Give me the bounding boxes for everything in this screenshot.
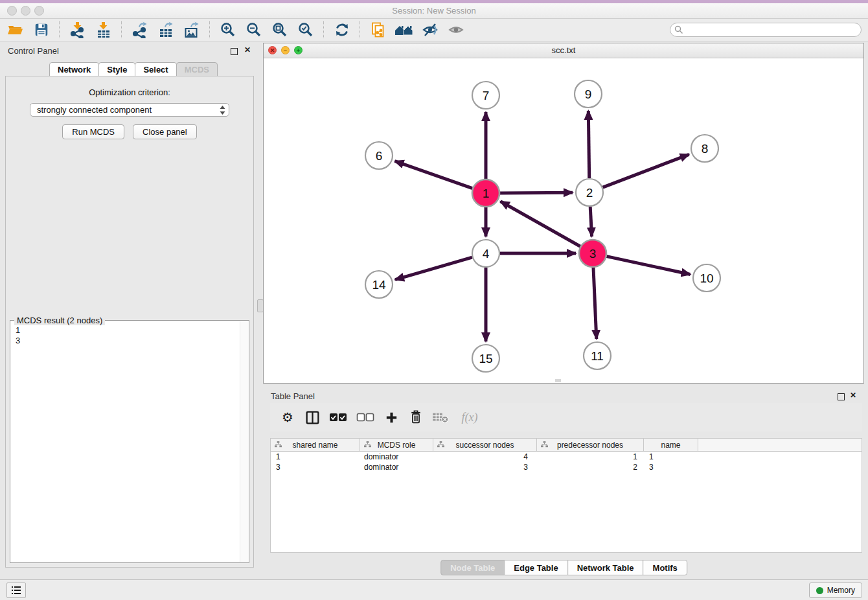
table-row[interactable]: 3 dominator 3 2 3 [271, 462, 862, 472]
show-all-button[interactable] [394, 21, 415, 39]
eye-slash-icon [422, 21, 439, 38]
result-scrollbar[interactable] [240, 321, 248, 562]
import-network-button[interactable] [67, 21, 88, 39]
node-label-6: 6 [376, 149, 383, 163]
unchecked-boxes-icon [356, 412, 374, 422]
cell-name[interactable]: 3 [644, 463, 698, 472]
show-hidden-button[interactable] [446, 21, 466, 39]
tab-motifs[interactable]: Motifs [643, 560, 687, 575]
column-header-name[interactable]: name [644, 439, 698, 451]
save-floppy-icon [34, 22, 49, 38]
table-row[interactable]: 1 dominator 4 1 1 [271, 452, 862, 462]
cell-predecessor-nodes[interactable]: 2 [537, 463, 644, 472]
unselect-all-columns-button[interactable] [356, 412, 375, 422]
cell-name[interactable]: 1 [644, 452, 698, 461]
import-table-button[interactable] [93, 21, 114, 39]
gear-icon: ⚙ [282, 410, 293, 424]
show-columns-button[interactable] [304, 410, 321, 425]
memory-button[interactable]: Memory [809, 583, 862, 598]
network-minimize-button[interactable]: − [281, 46, 290, 54]
export-image-button[interactable] [181, 21, 202, 39]
mcds-buttons-row: Run MCDS Close panel [6, 124, 253, 139]
refresh-icon [334, 21, 350, 38]
cell-shared-name[interactable]: 1 [271, 452, 360, 461]
apply-layout-button[interactable] [332, 21, 352, 39]
edge-3-1[interactable] [501, 202, 580, 246]
cell-mcds-role[interactable]: dominator [360, 452, 433, 461]
network-maximize-button[interactable]: + [294, 46, 303, 54]
zoom-in-button[interactable] [218, 21, 238, 39]
toolbar-separator [59, 21, 60, 38]
table-settings-button[interactable]: ⚙ [279, 410, 296, 424]
delete-table-button[interactable] [432, 411, 449, 424]
column-header-predecessor-nodes[interactable]: predecessor nodes [537, 439, 644, 451]
tab-node-table[interactable]: Node Table [440, 560, 505, 575]
tab-mcds[interactable]: MCDS [176, 62, 218, 76]
edge-3-10[interactable] [607, 257, 691, 275]
cell-mcds-role[interactable]: dominator [360, 463, 433, 472]
zoom-fit-icon [271, 21, 288, 38]
close-panel-icon[interactable]: ✕ [244, 45, 251, 54]
network-canvas[interactable]: 1234678910111415 [264, 58, 863, 383]
network-close-button[interactable]: ✕ [268, 46, 277, 54]
tab-network-table[interactable]: Network Table [567, 560, 644, 575]
network-window-title: scc.txt [264, 43, 863, 58]
new-network-from-selection-button[interactable] [368, 21, 389, 39]
header-filler [698, 439, 862, 451]
column-header-mcds-role[interactable]: MCDS role [360, 439, 433, 451]
tab-edge-table[interactable]: Edge Table [504, 560, 567, 575]
checked-boxes-icon [329, 412, 347, 422]
export-network-button[interactable] [130, 21, 150, 39]
edge-4-14[interactable] [395, 257, 472, 280]
node-label-2: 2 [586, 186, 593, 200]
open-session-button[interactable] [5, 21, 26, 39]
network-window-titlebar[interactable]: ✕ − + scc.txt [264, 43, 863, 58]
zoom-selected-button[interactable] [295, 21, 316, 39]
select-all-columns-button[interactable] [328, 412, 348, 422]
save-session-button[interactable] [31, 21, 52, 39]
sort-tree-icon [541, 441, 548, 448]
task-history-button[interactable] [6, 583, 26, 598]
run-mcds-button[interactable]: Run MCDS [62, 124, 124, 139]
column-header-successor-nodes[interactable]: successor nodes [433, 439, 537, 451]
zoom-fit-button[interactable] [269, 21, 290, 39]
close-table-panel-icon[interactable]: ✕ [850, 391, 856, 400]
delete-column-button[interactable] [407, 410, 424, 425]
criterion-dropdown[interactable]: strongly connected component [30, 103, 229, 117]
sort-tree-icon [364, 441, 371, 448]
float-table-panel-icon[interactable] [838, 393, 845, 400]
edge-1-2[interactable] [500, 192, 573, 193]
export-table-button[interactable] [155, 21, 176, 39]
cell-successor-nodes[interactable]: 3 [433, 463, 537, 472]
cell-successor-nodes[interactable]: 4 [433, 452, 537, 461]
criterion-dropdown-value: strongly connected component [37, 105, 152, 115]
hide-selected-button[interactable] [420, 21, 440, 39]
cell-shared-name[interactable]: 3 [271, 463, 360, 472]
edge-2-3[interactable] [590, 207, 591, 237]
node-label-11: 11 [591, 349, 604, 363]
function-builder-button[interactable]: f(x) [457, 411, 483, 424]
network-view-window: ✕ − + scc.txt 1234678910111415 [263, 43, 864, 384]
canvas-resize-grip[interactable] [555, 379, 561, 382]
cell-predecessor-nodes[interactable]: 1 [537, 452, 644, 461]
node-label-8: 8 [702, 142, 709, 156]
delete-table-icon [432, 411, 449, 424]
tab-style[interactable]: Style [98, 62, 135, 76]
zoom-out-button[interactable] [244, 21, 264, 39]
edge-2-9[interactable] [588, 111, 589, 178]
edge-3-11[interactable] [593, 268, 597, 339]
zoom-out-icon [246, 21, 262, 38]
tab-network[interactable]: Network [49, 62, 99, 76]
column-header-shared-name[interactable]: shared name [271, 439, 360, 451]
folder-open-icon [7, 21, 24, 38]
edge-2-8[interactable] [603, 154, 689, 187]
network-graph-svg: 1234678910111415 [264, 58, 863, 383]
float-panel-icon[interactable] [231, 48, 238, 55]
search-input[interactable] [683, 24, 861, 36]
close-panel-button[interactable]: Close panel [133, 124, 197, 139]
tab-select[interactable]: Select [135, 62, 176, 76]
search-box[interactable] [670, 23, 862, 37]
edge-1-6[interactable] [395, 161, 473, 189]
create-column-button[interactable] [383, 411, 400, 424]
chevron-up-down-icon [220, 106, 225, 115]
